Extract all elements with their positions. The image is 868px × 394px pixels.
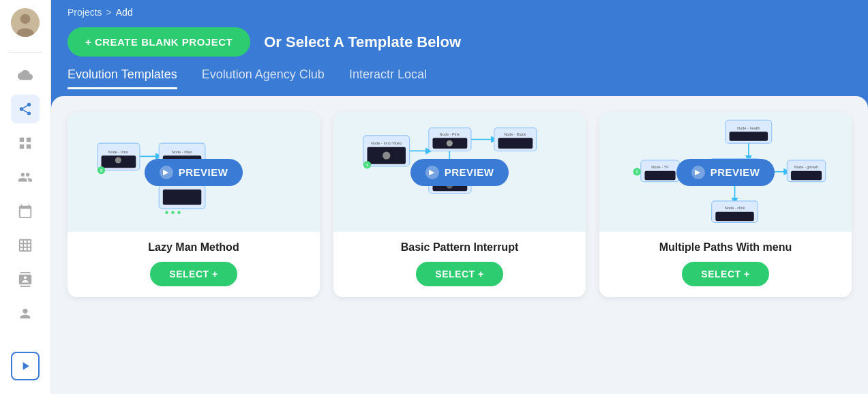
play-icon-3: ▶	[691, 166, 705, 179]
preview-button-3[interactable]: ▶ PREVIEW	[676, 159, 775, 186]
template-card-3: Node - health Node - YF	[599, 112, 852, 297]
templates-grid: Node - Intro Node - Main	[68, 112, 852, 297]
or-select-text: Or Select A Template Below	[264, 33, 461, 51]
select-button-3[interactable]: SELECT +	[682, 262, 768, 286]
cloud-icon[interactable]	[11, 61, 40, 89]
avatar	[11, 8, 40, 37]
svg-point-6	[115, 157, 121, 163]
template-card-2: Node - Intro Video Node - Pink Node - Bl…	[333, 112, 586, 297]
create-blank-project-button[interactable]: + CREATE BLANK PROJECT	[68, 27, 250, 57]
card-footer-2: Basic Pattern Interrupt SELECT +	[333, 232, 586, 297]
preview-button-2[interactable]: ▶ PREVIEW	[410, 159, 509, 186]
tab-evolution-agency-club[interactable]: Evolution Agency Club	[202, 67, 325, 89]
sidebar	[0, 0, 51, 394]
play-icon-2: ▶	[425, 166, 439, 179]
card-title-3: Multiple Paths With menu	[659, 241, 792, 254]
svg-text:Node - click: Node - click	[725, 206, 745, 210]
svg-text:Node - YF: Node - YF	[651, 165, 669, 169]
table-icon[interactable]	[11, 231, 40, 260]
users-icon[interactable]	[11, 163, 40, 192]
select-button-2[interactable]: SELECT +	[416, 262, 503, 286]
svg-rect-52	[791, 171, 822, 181]
card-preview-1: Node - Intro Node - Main	[68, 112, 320, 232]
card-footer-1: Lazy Man Method SELECT +	[68, 232, 320, 297]
select-button-1[interactable]: SELECT +	[150, 262, 237, 286]
svg-point-16	[177, 211, 181, 215]
action-row: + CREATE BLANK PROJECT Or Select A Templ…	[51, 18, 868, 57]
svg-text:Node - growth: Node - growth	[794, 165, 818, 169]
template-card-1: Node - Intro Node - Main	[68, 112, 320, 297]
calendar-icon[interactable]	[11, 197, 40, 226]
person-icon[interactable]	[11, 299, 40, 328]
tabs-row: Evolution Templates Evolution Agency Clu…	[51, 57, 868, 89]
sidebar-divider	[8, 52, 42, 52]
play-icon-1: ▶	[160, 166, 173, 179]
svg-text:Node - Intro Video: Node - Intro Video	[371, 141, 402, 145]
preview-button-1[interactable]: ▶ PREVIEW	[145, 159, 243, 186]
chat-bubble-button[interactable]	[11, 352, 40, 380]
svg-text:Node - Main: Node - Main	[172, 150, 193, 154]
svg-text:Node - Intro: Node - Intro	[108, 150, 129, 154]
tab-interactr-local[interactable]: Interactr Local	[349, 67, 427, 89]
svg-rect-49	[644, 171, 675, 181]
tab-evolution-templates[interactable]: Evolution Templates	[68, 67, 177, 89]
svg-point-15	[171, 211, 175, 215]
svg-text:Node - Black: Node - Black	[504, 132, 526, 136]
card-title-1: Lazy Man Method	[148, 241, 239, 254]
topbar: Projects > Add	[51, 0, 868, 18]
svg-point-27	[447, 140, 453, 147]
grid-icon[interactable]	[11, 129, 40, 157]
card-title-2: Basic Pattern Interrupt	[401, 241, 518, 254]
svg-rect-41	[730, 132, 768, 141]
card-footer-3: Multiple Paths With menu SELECT +	[599, 232, 852, 297]
breadcrumb-parent[interactable]: Projects	[68, 7, 102, 18]
svg-point-1	[20, 14, 31, 24]
breadcrumb-current: Add	[116, 7, 133, 18]
contacts-icon[interactable]	[11, 265, 40, 294]
svg-rect-56	[715, 212, 753, 222]
content-area: Node - Intro Node - Main	[51, 96, 868, 394]
share-icon[interactable]	[11, 95, 40, 123]
breadcrumb-separator: >	[106, 7, 112, 18]
svg-text:Node - health: Node - health	[737, 126, 760, 130]
svg-rect-31	[498, 138, 533, 149]
svg-point-22	[383, 152, 390, 160]
svg-point-14	[165, 211, 168, 215]
main-content: Projects > Add + CREATE BLANK PROJECT Or…	[51, 0, 868, 394]
svg-rect-13	[163, 190, 201, 205]
svg-text:Node - Pink: Node - Pink	[440, 132, 460, 136]
card-preview-3: Node - health Node - YF	[599, 112, 852, 232]
card-preview-2: Node - Intro Video Node - Pink Node - Bl…	[333, 112, 586, 232]
